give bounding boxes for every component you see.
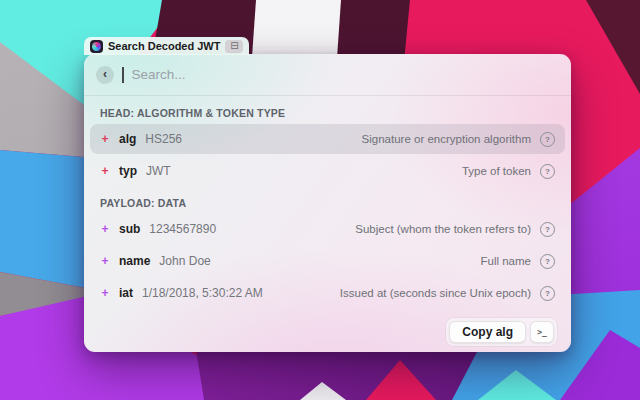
section-payload: PAYLOAD: DATA + sub 1234567890 Subject (… [84, 188, 571, 308]
desktop: Search Decoded JWT HEAD: ALGORITHM & TOK… [0, 0, 640, 400]
section-head: HEAD: ALGORITHM & TOKEN TYPE + alg HS256… [84, 98, 571, 186]
plus-icon: + [100, 286, 110, 300]
jwt-extension-icon [90, 40, 103, 53]
pin-window-icon[interactable] [225, 40, 243, 53]
text-cursor [122, 67, 124, 83]
plus-icon: + [100, 164, 110, 178]
list-item-sub[interactable]: + sub 1234567890 Subject (whom the token… [90, 214, 565, 244]
claim-description: Subject (whom the token refers to) [355, 223, 531, 235]
help-icon[interactable] [540, 222, 555, 237]
help-icon[interactable] [540, 164, 555, 179]
help-icon[interactable] [540, 132, 555, 147]
search-bar [84, 54, 571, 95]
list-item-typ[interactable]: + typ JWT Type of token [90, 156, 565, 186]
extension-tab[interactable]: Search Decoded JWT [84, 37, 249, 55]
list-item-alg[interactable]: + alg HS256 Signature or encryption algo… [90, 124, 565, 154]
claim-key: alg [119, 132, 136, 146]
claim-description: Issued at (seconds since Unix epoch) [340, 287, 531, 299]
launcher-window: HEAD: ALGORITHM & TOKEN TYPE + alg HS256… [84, 54, 571, 352]
tab-title: Search Decoded JWT [108, 40, 220, 52]
claim-value: 1/18/2018, 5:30:22 AM [142, 286, 263, 300]
claim-key: name [119, 254, 150, 268]
search-input[interactable] [132, 67, 560, 82]
claim-key: iat [119, 286, 133, 300]
claim-description: Type of token [462, 165, 531, 177]
back-button[interactable] [96, 66, 114, 84]
list-item-iat[interactable]: + iat 1/18/2018, 5:30:22 AM Issued at (s… [90, 278, 565, 308]
result-list: HEAD: ALGORITHM & TOKEN TYPE + alg HS256… [84, 96, 571, 308]
claim-description: Full name [481, 255, 532, 267]
claim-key: typ [119, 164, 137, 178]
claim-value: 1234567890 [149, 222, 216, 236]
claim-key: sub [119, 222, 140, 236]
plus-icon: + [100, 132, 110, 146]
shortcut-keycap: >_ [530, 321, 554, 343]
help-icon[interactable] [540, 254, 555, 269]
plus-icon: + [100, 254, 110, 268]
section-header-payload: PAYLOAD: DATA [84, 188, 571, 214]
copy-alg-button[interactable]: Copy alg [449, 321, 526, 343]
help-icon[interactable] [540, 286, 555, 301]
claim-description: Signature or encryption algorithm [362, 133, 531, 145]
claim-value: HS256 [145, 132, 182, 146]
section-header-head: HEAD: ALGORITHM & TOKEN TYPE [84, 98, 571, 124]
claim-value: JWT [146, 164, 171, 178]
action-bar: Copy alg >_ [446, 318, 557, 346]
plus-icon: + [100, 222, 110, 236]
claim-value: John Doe [159, 254, 210, 268]
list-item-name[interactable]: + name John Doe Full name [90, 246, 565, 276]
